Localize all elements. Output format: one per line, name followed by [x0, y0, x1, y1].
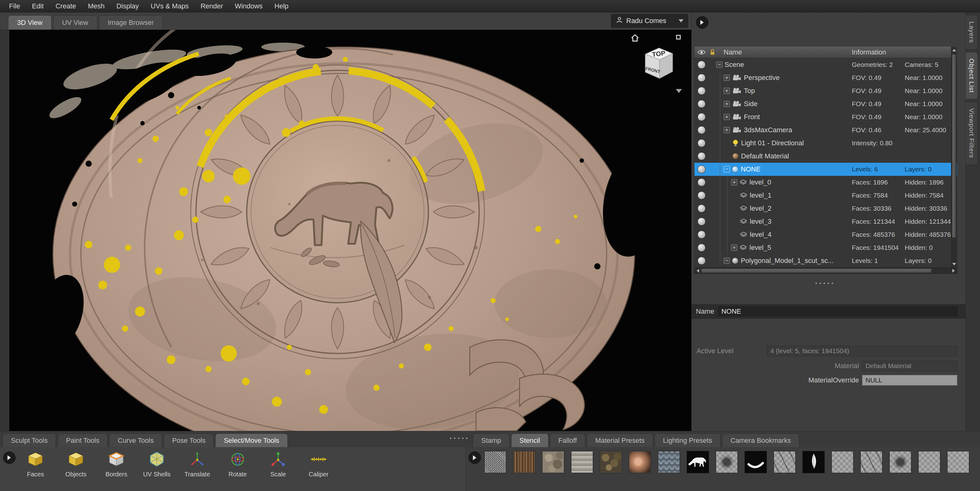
tray-tab-material-presets[interactable]: Material Presets	[587, 434, 653, 447]
tray-tab-stamp[interactable]: Stamp	[473, 434, 510, 447]
object-row-light-01-directional[interactable]: Light 01 - DirectionalIntensity: 0.80	[694, 137, 957, 150]
viewcube-cube[interactable]: TOP FRONT	[640, 43, 678, 81]
material-override-field[interactable]: NULL	[862, 375, 957, 386]
object-row-level-0[interactable]: +level_0Faces: 1896Hidden: 1896	[694, 176, 957, 189]
vertical-scrollbar[interactable]	[951, 47, 957, 268]
scales-stencil[interactable]	[658, 451, 680, 473]
visibility-toggle[interactable]	[697, 244, 706, 252]
bark-stencil[interactable]	[513, 451, 535, 473]
visibility-column-header[interactable]	[694, 49, 709, 55]
expander-toggle[interactable]: +	[724, 127, 730, 133]
tools-collapse-button[interactable]	[3, 451, 16, 464]
scroll-down-button[interactable]	[951, 261, 957, 268]
tab-uv-view[interactable]: UV View	[53, 15, 97, 30]
expander-toggle[interactable]: +	[731, 179, 737, 185]
object-row-level-3[interactable]: level_3Faces: 121344Hidden: 121344	[694, 215, 957, 228]
expander-toggle[interactable]: −	[724, 166, 730, 172]
visibility-toggle[interactable]	[697, 139, 706, 147]
tray-tab-falloff[interactable]: Falloff	[550, 434, 585, 447]
alpha-stencil-3[interactable]	[947, 451, 969, 473]
alpha-scratch-stencil-2[interactable]	[860, 451, 883, 473]
horizontal-scrollbar[interactable]	[694, 268, 957, 274]
object-row-default-material[interactable]: Default Material	[694, 150, 957, 163]
object-row-level-4[interactable]: level_4Faces: 485376Hidden: 485376	[694, 228, 957, 241]
tab-3d-view[interactable]: 3D View	[8, 15, 52, 30]
expander-toggle[interactable]: +	[724, 88, 730, 94]
tool-faces[interactable]: Faces	[20, 450, 51, 478]
stripes-stencil[interactable]	[571, 451, 593, 473]
tool-tab-curve-tools[interactable]: Curve Tools	[109, 434, 162, 447]
rock-stencil[interactable]	[542, 451, 564, 473]
object-row-polygonal-model-1-scut-sc[interactable]: −Polygonal_Model_1_scut_sc...Levels: 1La…	[694, 254, 957, 267]
tab-image-browser[interactable]: Image Browser	[99, 15, 163, 30]
menu-item-file[interactable]: File	[3, 0, 26, 13]
alpha-mark-stencil-2[interactable]	[889, 451, 912, 473]
lock-column-header[interactable]	[709, 49, 716, 56]
expander-toggle[interactable]: +	[724, 114, 730, 120]
visibility-toggle[interactable]	[697, 126, 706, 134]
viewcube[interactable]: TOP FRONT	[630, 32, 682, 107]
expander-toggle[interactable]: −	[724, 258, 730, 264]
menu-item-windows[interactable]: Windows	[229, 0, 269, 13]
tool-borders[interactable]: Borders	[101, 450, 132, 478]
visibility-toggle[interactable]	[697, 100, 706, 108]
visibility-toggle[interactable]	[697, 191, 706, 199]
tool-scale[interactable]: Scale	[262, 450, 294, 478]
expander-toggle[interactable]: +	[724, 101, 730, 107]
tool-tab-select-move-tools[interactable]: Select/Move Tools	[215, 434, 288, 447]
scroll-up-button[interactable]	[951, 47, 957, 53]
visibility-toggle[interactable]	[697, 204, 706, 212]
viewcube-menu-arrow-icon[interactable]	[676, 89, 682, 96]
scroll-right-button[interactable]	[951, 268, 957, 274]
object-row-level-1[interactable]: level_1Faces: 7584Hidden: 7584	[694, 189, 957, 202]
visibility-toggle[interactable]	[697, 165, 706, 173]
object-row-front[interactable]: +FrontFOV: 0.49Near: 1.0000	[694, 110, 957, 124]
alpha-mark-stencil-1[interactable]	[716, 451, 738, 473]
alpha-scratch-stencil-1[interactable]	[773, 451, 796, 473]
object-row-none[interactable]: −NONELevels: 6Layers: 0	[694, 163, 957, 176]
visibility-toggle[interactable]	[697, 87, 706, 95]
panel-resize-handle[interactable]	[814, 282, 835, 284]
object-row-level-2[interactable]: level_2Faces: 30336Hidden: 30336	[694, 202, 957, 215]
feather-stencil[interactable]	[802, 451, 825, 473]
tray-tab-stencil[interactable]: Stencil	[511, 434, 549, 447]
expander-toggle[interactable]: +	[724, 75, 730, 81]
menu-item-render[interactable]: Render	[195, 0, 229, 13]
object-row-perspective[interactable]: +PerspectiveFOV: 0.49Near: 1.0000	[694, 71, 957, 84]
tool-tab-sculpt-tools[interactable]: Sculpt Tools	[3, 434, 56, 447]
menu-item-mesh[interactable]: Mesh	[82, 0, 110, 13]
menu-item-display[interactable]: Display	[110, 0, 145, 13]
expander-toggle[interactable]: +	[731, 245, 737, 251]
menu-item-help[interactable]: Help	[269, 0, 294, 13]
visibility-toggle[interactable]	[697, 74, 706, 82]
tool-translate[interactable]: Translate	[182, 450, 213, 478]
stencils-collapse-button[interactable]	[469, 451, 481, 464]
side-tab-layers[interactable]: Layers	[966, 15, 978, 49]
side-tab-object-list[interactable]: Object List	[966, 52, 978, 99]
tool-objects[interactable]: Objects	[60, 450, 91, 478]
object-row-side[interactable]: +SideFOV: 0.49Near: 1.0000	[694, 97, 957, 110]
alpha-stencil-2[interactable]	[918, 451, 940, 473]
tool-rotate[interactable]: Rotate	[222, 450, 253, 478]
moss-stencil[interactable]	[600, 451, 622, 473]
tool-uv-shells[interactable]: UV Shells	[141, 450, 172, 478]
visibility-toggle[interactable]	[697, 217, 706, 226]
object-row-scene[interactable]: −SceneGeometries: 2Cameras: 5	[694, 58, 957, 71]
tray-resize-handle[interactable]	[449, 437, 469, 439]
visibility-toggle[interactable]	[697, 152, 706, 160]
tool-caliper[interactable]: Caliper	[303, 450, 334, 478]
ear-stencil[interactable]	[629, 451, 651, 473]
panel-collapse-button[interactable]	[696, 16, 708, 29]
h-scrollbar-thumb[interactable]	[701, 268, 931, 273]
home-icon[interactable]	[630, 33, 640, 43]
visibility-toggle[interactable]	[697, 231, 706, 239]
viewport-3d[interactable]: TOP FRONT	[10, 30, 691, 431]
scrollbar-thumb[interactable]	[952, 54, 956, 238]
visibility-toggle[interactable]	[697, 113, 706, 121]
noise-stencil[interactable]	[484, 451, 506, 473]
tool-tab-paint-tools[interactable]: Paint Tools	[57, 434, 108, 447]
curve-stencil[interactable]	[745, 451, 767, 473]
menu-item-uvs-maps[interactable]: UVs & Maps	[145, 0, 194, 13]
horse-stencil[interactable]	[687, 451, 709, 473]
object-row-3dsmaxcamera[interactable]: +3dsMaxCameraFOV: 0.46Near: 25.4000	[694, 124, 957, 137]
